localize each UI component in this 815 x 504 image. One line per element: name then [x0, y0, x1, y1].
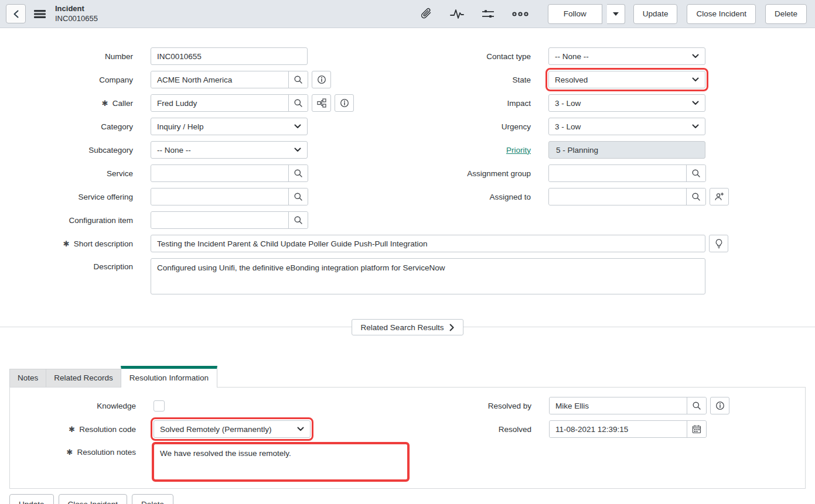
service-lookup-button[interactable] [288, 165, 308, 181]
subcategory-label: Subcategory [88, 146, 133, 155]
impact-value: 3 - Low [555, 99, 581, 108]
field-row-service-offering: Service offering [0, 188, 407, 205]
info-icon [715, 401, 725, 410]
assignment-group-input[interactable] [549, 165, 686, 181]
configuration-item-reference-field [151, 211, 308, 229]
caller-input[interactable] [151, 95, 288, 111]
configuration-item-input[interactable] [151, 212, 288, 228]
field-row-subcategory: Subcategory -- None -- [0, 141, 407, 159]
activity-stream-button[interactable] [444, 8, 470, 20]
chevron-right-icon [449, 324, 454, 331]
company-lookup-button[interactable] [288, 71, 308, 88]
chevron-down-icon [294, 148, 301, 152]
short-description-input[interactable] [151, 235, 705, 252]
search-icon [294, 169, 303, 178]
company-preview-button[interactable] [312, 71, 331, 88]
personalize-form-button[interactable] [475, 8, 501, 20]
chevron-down-icon [692, 77, 699, 82]
resolved-by-input[interactable] [550, 397, 687, 414]
caller-lookup-button[interactable] [288, 95, 308, 111]
service-input[interactable] [151, 165, 288, 181]
activity-pulse-icon [449, 8, 465, 20]
contact-type-select[interactable]: -- None -- [548, 47, 705, 65]
org-chart-icon [317, 98, 326, 108]
search-icon [294, 192, 303, 201]
resolution-notes-textarea[interactable]: We have resolved the issue remotely. [154, 444, 408, 480]
assigned-to-input[interactable] [549, 188, 686, 205]
subcategory-value: -- None -- [157, 146, 191, 155]
follow-button[interactable]: Follow [548, 4, 602, 24]
field-row-resolved: Resolved [408, 420, 806, 438]
resolved-label: Resolved [499, 425, 531, 434]
required-asterisk-icon: ✱ [69, 426, 75, 433]
add-person-icon [714, 192, 724, 201]
resolution-left-column: Knowledge ✱ Resolution code Solved Remot… [10, 397, 408, 480]
resolved-input[interactable] [550, 421, 687, 437]
follow-split-button: Follow [548, 4, 625, 24]
impact-label: Impact [507, 99, 531, 108]
resolved-datetime-field [549, 420, 707, 438]
caller-label: Caller [112, 99, 133, 108]
configuration-item-lookup-button[interactable] [288, 212, 308, 228]
update-button-footer[interactable]: Update [9, 494, 54, 504]
incident-header-bar: Incident INC0010655 Follow Update Close … [0, 0, 815, 28]
service-offering-lookup-button[interactable] [288, 188, 308, 205]
attachment-button[interactable] [414, 7, 439, 21]
suggestion-button[interactable] [709, 235, 728, 252]
page-title: Incident [55, 4, 98, 13]
tab-related-records[interactable]: Related Records [46, 369, 121, 387]
form-tabbar: Notes Related Records Resolution Informa… [9, 366, 806, 387]
form-context-menu-button[interactable] [30, 7, 49, 21]
resolution-code-select[interactable]: Solved Remotely (Permanently) [154, 420, 311, 438]
related-search-results-button[interactable]: Related Search Results [352, 319, 464, 335]
number-input[interactable] [151, 47, 308, 65]
chevron-down-icon [294, 124, 301, 129]
assigned-to-lookup-button[interactable] [686, 188, 705, 205]
form-right-column: Contact type -- None -- State Resolved I… [407, 47, 815, 235]
related-search-section: Related Search Results [0, 319, 815, 335]
urgency-select[interactable]: 3 - Low [548, 118, 705, 135]
field-row-company: Company [0, 71, 407, 88]
update-button-header[interactable]: Update [633, 4, 678, 24]
caller-hierarchy-button[interactable] [312, 94, 331, 112]
impact-select[interactable]: 3 - Low [548, 94, 705, 112]
back-button[interactable] [6, 4, 26, 23]
assign-to-me-button[interactable] [710, 188, 729, 205]
chevron-down-icon [692, 101, 699, 105]
service-offering-input[interactable] [151, 188, 288, 205]
knowledge-label: Knowledge [97, 402, 136, 410]
delete-button-header[interactable]: Delete [765, 4, 807, 24]
state-select[interactable]: Resolved [548, 71, 705, 88]
resolution-notes-label: Resolution notes [77, 448, 136, 457]
resolved-by-label: Resolved by [488, 402, 531, 410]
caret-down-icon [613, 12, 619, 16]
assignment-group-label: Assignment group [467, 169, 531, 178]
follow-dropdown-button[interactable] [607, 4, 625, 24]
resolved-by-lookup-button[interactable] [687, 397, 706, 414]
more-options-button[interactable] [506, 11, 535, 17]
field-row-impact: Impact 3 - Low [407, 94, 815, 112]
category-select[interactable]: Inquiry / Help [151, 118, 308, 135]
caller-preview-button[interactable] [335, 94, 354, 112]
lightbulb-icon [715, 239, 723, 249]
search-icon [294, 215, 303, 225]
delete-button-footer[interactable]: Delete [132, 494, 173, 504]
subcategory-select[interactable]: -- None -- [151, 141, 308, 159]
knowledge-checkbox[interactable] [154, 400, 165, 412]
resolution-code-label: Resolution code [79, 425, 136, 434]
close-incident-button-header[interactable]: Close Incident [687, 4, 756, 24]
assignment-group-lookup-button[interactable] [686, 165, 705, 181]
priority-label-link[interactable]: Priority [506, 146, 531, 155]
record-number: INC0010655 [55, 14, 98, 23]
short-description-label: Short description [74, 239, 133, 248]
description-textarea[interactable]: Configured using Unifi, the definitive e… [151, 258, 705, 294]
tab-notes[interactable]: Notes [9, 369, 46, 387]
resolved-by-preview-button[interactable] [710, 397, 729, 414]
field-row-number: Number [0, 47, 407, 65]
close-incident-button-footer[interactable]: Close Incident [59, 494, 128, 504]
field-row-resolution-code: ✱ Resolution code Solved Remotely (Perma… [10, 420, 408, 438]
tab-resolution-information[interactable]: Resolution Information [121, 366, 217, 388]
resolved-calendar-button[interactable] [687, 421, 706, 437]
category-value: Inquiry / Help [157, 122, 204, 131]
company-input[interactable] [151, 71, 288, 88]
